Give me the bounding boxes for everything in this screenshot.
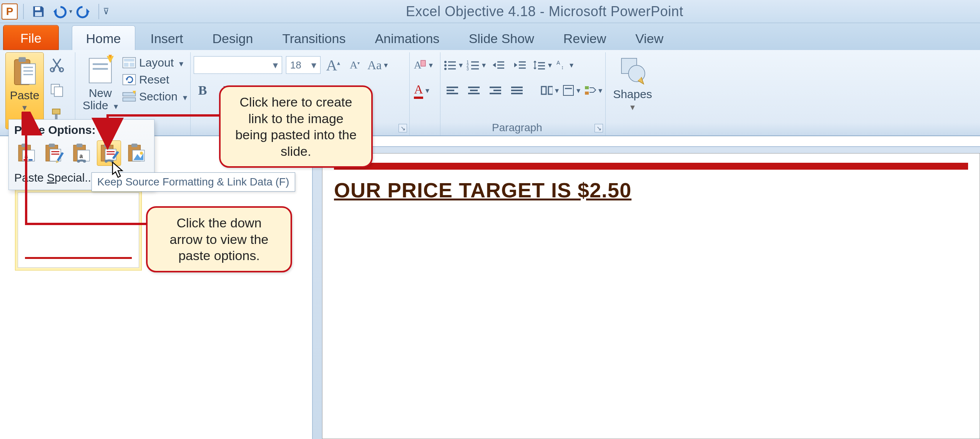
section-icon: [122, 91, 136, 102]
columns-button[interactable]: [541, 82, 559, 99]
svg-rect-20: [124, 59, 134, 62]
font-dialog-launcher[interactable]: ↘: [399, 124, 407, 132]
svg-rect-75: [22, 144, 28, 147]
layout-label: Layout: [139, 56, 174, 69]
title-bar: P ▾ ⊽ Excel Objective 4.18 - Microsoft P…: [0, 0, 980, 23]
align-left-button[interactable]: [443, 82, 461, 99]
group-drawing: Shapes ▼: [606, 52, 659, 135]
svg-text:A: A: [556, 60, 560, 66]
svg-rect-67: [548, 87, 553, 94]
align-center-button[interactable]: [465, 82, 483, 99]
align-right-button[interactable]: [487, 82, 504, 99]
picture-icon: [126, 143, 146, 163]
increase-indent-button[interactable]: [511, 56, 529, 74]
section-button[interactable]: Section: [122, 90, 187, 103]
slide[interactable]: OUR PRICE TARGET IS $2.50: [322, 153, 980, 439]
cut-icon: [49, 57, 65, 72]
svg-text:a: a: [80, 153, 83, 159]
bullets-button[interactable]: [443, 56, 463, 74]
paste-option-keep-source-link[interactable]: [97, 140, 121, 166]
layout-button[interactable]: Layout: [122, 56, 187, 69]
numbering-button[interactable]: 123: [467, 56, 486, 74]
undo-dropdown[interactable]: ▾: [69, 8, 72, 15]
bullets-icon: [443, 60, 457, 70]
font-family-combo[interactable]: ▾: [194, 56, 282, 74]
svg-rect-1: [35, 12, 42, 16]
svg-rect-99: [131, 144, 138, 147]
paste-option-picture[interactable]: [124, 140, 149, 166]
clear-formatting-icon: A: [413, 58, 427, 72]
paste-option-keep-source[interactable]: [42, 140, 66, 166]
svg-text:↕: ↕: [561, 64, 564, 70]
decrease-indent-button[interactable]: [490, 56, 507, 74]
justify-button[interactable]: [508, 82, 526, 99]
qat-customize-dropdown[interactable]: ⊽: [103, 7, 109, 17]
paragraph-group-label: Paragraph: [440, 122, 594, 134]
tab-insert[interactable]: Insert: [137, 26, 197, 50]
smartart-button[interactable]: [584, 82, 602, 99]
qat-separator-2: [98, 4, 99, 19]
slide-thumbnail[interactable]: [18, 192, 139, 268]
shrink-font-button[interactable]: A▾: [346, 56, 364, 74]
grow-font-button[interactable]: A▴: [324, 56, 342, 74]
numbering-icon: 123: [467, 60, 480, 70]
cut-button[interactable]: [47, 55, 67, 75]
font-color-button[interactable]: A: [413, 82, 430, 99]
smartart-icon: [584, 85, 596, 96]
text-direction-button[interactable]: A↕: [556, 56, 573, 74]
paste-button[interactable]: Paste ▼: [5, 52, 44, 129]
paste-option-embed[interactable]: a: [69, 140, 94, 166]
align-text-button[interactable]: [563, 82, 580, 99]
window-title: Excel Objective 4.18 - Microsoft PowerPo…: [109, 3, 980, 20]
copy-button[interactable]: [47, 80, 67, 100]
change-case-button[interactable]: Aa: [367, 56, 388, 74]
paste-option-destination-theme[interactable]: a: [14, 140, 39, 166]
quick-access-toolbar: P ▾ ⊽: [2, 2, 109, 21]
new-slide-icon: [87, 55, 114, 85]
shapes-button[interactable]: Shapes ▼: [609, 55, 656, 112]
reset-button[interactable]: Reset: [122, 73, 187, 86]
tab-review[interactable]: Review: [550, 26, 620, 50]
svg-rect-70: [585, 86, 589, 89]
undo-button[interactable]: [50, 2, 68, 21]
callout-bottom: Click the down arrow to view the paste o…: [146, 206, 292, 272]
svg-marker-45: [514, 63, 517, 67]
tab-view[interactable]: View: [621, 26, 677, 50]
slide-canvas-area: OUR PRICE TARGET IS $2.50: [312, 146, 980, 439]
align-right-icon: [489, 85, 502, 95]
tab-slide-show[interactable]: Slide Show: [455, 26, 548, 50]
thumb-redline: [25, 257, 132, 259]
callout-top: Click here to create link to the image b…: [219, 85, 373, 168]
svg-rect-66: [541, 87, 546, 94]
app-icon[interactable]: P: [2, 3, 18, 20]
paragraph-dialog-launcher[interactable]: ↘: [595, 124, 603, 132]
font-size-combo[interactable]: 18▾: [286, 56, 321, 74]
align-text-icon: [563, 85, 574, 96]
save-button[interactable]: [29, 2, 48, 21]
tab-design[interactable]: Design: [199, 26, 267, 50]
bold-button[interactable]: B: [194, 82, 211, 99]
redo-icon: [76, 4, 91, 19]
tab-file[interactable]: File: [3, 25, 59, 50]
svg-rect-79: [28, 159, 32, 161]
tab-animations[interactable]: Animations: [361, 26, 453, 50]
keep-source-link-icon: [99, 143, 119, 163]
reset-icon: [122, 74, 136, 85]
undo-icon: [51, 4, 67, 19]
line-spacing-button[interactable]: [533, 56, 552, 74]
paste-dropdown-arrow[interactable]: ▼: [21, 103, 28, 112]
change-case-icon: Aa: [367, 58, 382, 72]
redo-button[interactable]: [75, 2, 93, 21]
svg-rect-21: [124, 63, 128, 67]
line-spacing-icon: [533, 60, 546, 70]
grow-font-icon: A▴: [326, 56, 341, 74]
svg-rect-24: [123, 93, 135, 96]
tab-home[interactable]: Home: [72, 25, 135, 50]
svg-text:3: 3: [467, 67, 469, 70]
ribbon-tabs: File Home Insert Design Transitions Anim…: [0, 23, 980, 50]
copy-icon: [49, 82, 65, 98]
group-paragraph: 123 A↕ Paragraph ↘: [440, 52, 606, 135]
tab-transitions[interactable]: Transitions: [268, 26, 359, 50]
svg-point-96: [105, 160, 108, 163]
clear-formatting-button[interactable]: A: [413, 56, 433, 74]
